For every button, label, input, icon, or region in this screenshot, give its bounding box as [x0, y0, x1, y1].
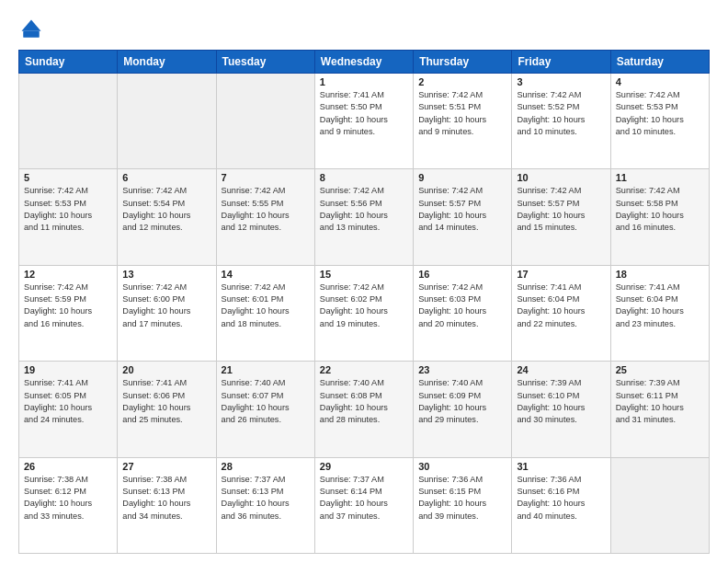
day-info: Sunrise: 7:39 AM Sunset: 6:11 PM Dayligh… — [616, 377, 704, 426]
calendar-cell: 31Sunrise: 7:36 AM Sunset: 6:16 PM Dayli… — [512, 457, 610, 553]
calendar-cell: 3Sunrise: 7:42 AM Sunset: 5:52 PM Daylig… — [512, 74, 610, 169]
page: SundayMondayTuesdayWednesdayThursdayFrid… — [0, 0, 728, 563]
day-info: Sunrise: 7:40 AM Sunset: 6:08 PM Dayligh… — [320, 377, 408, 426]
day-number: 4 — [616, 76, 704, 87]
day-number: 1 — [320, 76, 408, 87]
day-number: 16 — [418, 269, 506, 280]
day-info: Sunrise: 7:41 AM Sunset: 5:50 PM Dayligh… — [320, 89, 408, 138]
calendar-header-wednesday: Wednesday — [314, 51, 413, 74]
day-info: Sunrise: 7:39 AM Sunset: 6:10 PM Dayligh… — [517, 377, 605, 426]
calendar-cell: 17Sunrise: 7:41 AM Sunset: 6:04 PM Dayli… — [512, 265, 610, 361]
calendar-header-row: SundayMondayTuesdayWednesdayThursdayFrid… — [19, 51, 710, 74]
day-info: Sunrise: 7:41 AM Sunset: 6:04 PM Dayligh… — [616, 282, 704, 330]
calendar-cell: 4Sunrise: 7:42 AM Sunset: 5:53 PM Daylig… — [610, 74, 709, 169]
day-info: Sunrise: 7:40 AM Sunset: 6:09 PM Dayligh… — [418, 377, 506, 426]
day-number: 20 — [122, 364, 210, 375]
day-info: Sunrise: 7:42 AM Sunset: 5:55 PM Dayligh… — [222, 185, 310, 234]
calendar-week-1: 1Sunrise: 7:41 AM Sunset: 5:50 PM Daylig… — [19, 74, 710, 169]
calendar-cell: 6Sunrise: 7:42 AM Sunset: 5:54 PM Daylig… — [118, 169, 216, 265]
day-number: 19 — [24, 364, 112, 375]
calendar-cell: 22Sunrise: 7:40 AM Sunset: 6:08 PM Dayli… — [314, 362, 413, 457]
day-number: 13 — [122, 269, 210, 280]
calendar-cell: 20Sunrise: 7:41 AM Sunset: 6:06 PM Dayli… — [118, 362, 216, 457]
day-info: Sunrise: 7:40 AM Sunset: 6:07 PM Dayligh… — [222, 377, 310, 426]
calendar-week-5: 26Sunrise: 7:38 AM Sunset: 6:12 PM Dayli… — [19, 457, 710, 553]
day-info: Sunrise: 7:36 AM Sunset: 6:15 PM Dayligh… — [418, 474, 506, 523]
day-info: Sunrise: 7:42 AM Sunset: 6:02 PM Dayligh… — [320, 282, 408, 330]
day-number: 11 — [616, 172, 704, 183]
calendar-cell — [19, 74, 118, 169]
day-info: Sunrise: 7:37 AM Sunset: 6:14 PM Dayligh… — [320, 474, 408, 523]
calendar-header-sunday: Sunday — [19, 51, 118, 74]
calendar-cell: 21Sunrise: 7:40 AM Sunset: 6:07 PM Dayli… — [216, 362, 314, 457]
day-info: Sunrise: 7:42 AM Sunset: 5:58 PM Dayligh… — [616, 185, 704, 234]
day-number: 12 — [24, 269, 112, 280]
calendar-cell: 13Sunrise: 7:42 AM Sunset: 6:00 PM Dayli… — [118, 265, 216, 361]
calendar-cell: 8Sunrise: 7:42 AM Sunset: 5:56 PM Daylig… — [314, 169, 413, 265]
day-number: 22 — [320, 364, 408, 375]
calendar-cell: 10Sunrise: 7:42 AM Sunset: 5:57 PM Dayli… — [512, 169, 610, 265]
day-number: 7 — [222, 172, 310, 183]
day-info: Sunrise: 7:42 AM Sunset: 5:52 PM Dayligh… — [517, 89, 605, 138]
calendar-cell: 18Sunrise: 7:41 AM Sunset: 6:04 PM Dayli… — [610, 265, 709, 361]
day-number: 29 — [320, 461, 408, 472]
day-number: 21 — [222, 364, 310, 375]
calendar-cell — [118, 74, 216, 169]
day-number: 23 — [418, 364, 506, 375]
logo — [18, 17, 48, 42]
day-info: Sunrise: 7:41 AM Sunset: 6:05 PM Dayligh… — [24, 377, 112, 426]
day-info: Sunrise: 7:42 AM Sunset: 5:51 PM Dayligh… — [418, 89, 506, 138]
day-number: 5 — [24, 172, 112, 183]
day-number: 10 — [517, 172, 605, 183]
day-info: Sunrise: 7:41 AM Sunset: 6:04 PM Dayligh… — [517, 282, 605, 330]
calendar-cell: 5Sunrise: 7:42 AM Sunset: 5:53 PM Daylig… — [19, 169, 118, 265]
calendar-cell: 7Sunrise: 7:42 AM Sunset: 5:55 PM Daylig… — [216, 169, 314, 265]
day-number: 9 — [418, 172, 506, 183]
calendar-cell: 12Sunrise: 7:42 AM Sunset: 5:59 PM Dayli… — [19, 265, 118, 361]
calendar-cell: 9Sunrise: 7:42 AM Sunset: 5:57 PM Daylig… — [414, 169, 512, 265]
header — [18, 17, 710, 42]
calendar-cell: 2Sunrise: 7:42 AM Sunset: 5:51 PM Daylig… — [414, 74, 512, 169]
day-number: 3 — [517, 76, 605, 87]
calendar-cell: 1Sunrise: 7:41 AM Sunset: 5:50 PM Daylig… — [314, 74, 413, 169]
day-number: 6 — [122, 172, 210, 183]
day-info: Sunrise: 7:38 AM Sunset: 6:13 PM Dayligh… — [122, 474, 210, 523]
svg-rect-1 — [23, 31, 40, 38]
calendar-week-4: 19Sunrise: 7:41 AM Sunset: 6:05 PM Dayli… — [19, 362, 710, 457]
day-number: 24 — [517, 364, 605, 375]
day-number: 15 — [320, 269, 408, 280]
day-number: 27 — [122, 461, 210, 472]
svg-marker-0 — [22, 20, 41, 31]
day-info: Sunrise: 7:38 AM Sunset: 6:12 PM Dayligh… — [24, 474, 112, 523]
calendar-header-tuesday: Tuesday — [216, 51, 314, 74]
day-number: 17 — [517, 269, 605, 280]
calendar-cell: 19Sunrise: 7:41 AM Sunset: 6:05 PM Dayli… — [19, 362, 118, 457]
day-number: 28 — [222, 461, 310, 472]
day-number: 14 — [222, 269, 310, 280]
day-info: Sunrise: 7:42 AM Sunset: 6:01 PM Dayligh… — [222, 282, 310, 330]
calendar-cell: 27Sunrise: 7:38 AM Sunset: 6:13 PM Dayli… — [118, 457, 216, 553]
day-info: Sunrise: 7:42 AM Sunset: 5:57 PM Dayligh… — [418, 185, 506, 234]
calendar-cell: 15Sunrise: 7:42 AM Sunset: 6:02 PM Dayli… — [314, 265, 413, 361]
calendar-cell: 16Sunrise: 7:42 AM Sunset: 6:03 PM Dayli… — [414, 265, 512, 361]
day-info: Sunrise: 7:42 AM Sunset: 5:53 PM Dayligh… — [616, 89, 704, 138]
day-info: Sunrise: 7:42 AM Sunset: 5:54 PM Dayligh… — [122, 185, 210, 234]
calendar-header-saturday: Saturday — [610, 51, 709, 74]
calendar-cell: 28Sunrise: 7:37 AM Sunset: 6:13 PM Dayli… — [216, 457, 314, 553]
calendar-cell — [216, 74, 314, 169]
day-number: 2 — [418, 76, 506, 87]
day-number: 18 — [616, 269, 704, 280]
calendar-cell: 14Sunrise: 7:42 AM Sunset: 6:01 PM Dayli… — [216, 265, 314, 361]
day-number: 26 — [24, 461, 112, 472]
calendar-cell: 25Sunrise: 7:39 AM Sunset: 6:11 PM Dayli… — [610, 362, 709, 457]
calendar-cell: 24Sunrise: 7:39 AM Sunset: 6:10 PM Dayli… — [512, 362, 610, 457]
calendar-cell: 23Sunrise: 7:40 AM Sunset: 6:09 PM Dayli… — [414, 362, 512, 457]
calendar-cell: 30Sunrise: 7:36 AM Sunset: 6:15 PM Dayli… — [414, 457, 512, 553]
day-info: Sunrise: 7:37 AM Sunset: 6:13 PM Dayligh… — [222, 474, 310, 523]
calendar-cell: 11Sunrise: 7:42 AM Sunset: 5:58 PM Dayli… — [610, 169, 709, 265]
calendar-cell: 29Sunrise: 7:37 AM Sunset: 6:14 PM Dayli… — [314, 457, 413, 553]
calendar-week-2: 5Sunrise: 7:42 AM Sunset: 5:53 PM Daylig… — [19, 169, 710, 265]
calendar-cell: 26Sunrise: 7:38 AM Sunset: 6:12 PM Dayli… — [19, 457, 118, 553]
calendar-cell — [610, 457, 709, 553]
calendar-header-thursday: Thursday — [414, 51, 512, 74]
